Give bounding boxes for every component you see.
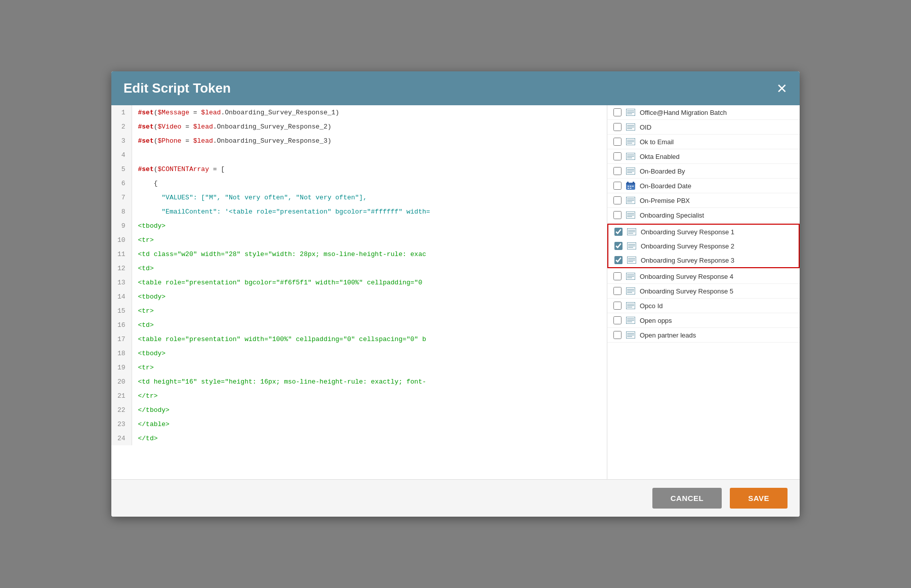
token-checkbox[interactable] [614,228,623,236]
token-checkbox[interactable] [613,167,622,175]
line-content: <td> [132,261,607,275]
line-number: 24 [111,431,132,445]
token-label: Ok to Email [640,138,794,146]
line-content: </tbody> [132,403,607,417]
code-line: 8 "EmailContent": '<table role="presenta… [111,204,607,219]
svg-rect-26 [632,186,634,187]
text-icon [627,242,637,250]
token-item: Onboarding Survey Response 3 [607,253,800,268]
code-table: 1#set($Message = $lead.Onboarding_Survey… [111,105,607,445]
token-checkbox[interactable] [613,287,622,295]
line-content: #set($Message = $lead.Onboarding_Survey_… [132,105,607,119]
line-content: { [132,176,607,190]
line-content: <tbody> [132,289,607,304]
svg-rect-25 [630,186,632,187]
line-content: <tr> [132,304,607,318]
line-number: 9 [111,219,132,233]
token-label: Onboarding Survey Response 3 [641,257,793,264]
token-checkbox[interactable] [613,272,622,280]
token-label: On-Boarded By [640,167,794,175]
token-label: Onboarding Survey Response 5 [640,287,794,295]
save-button[interactable]: SAVE [730,488,788,509]
code-line: 21</tr> [111,389,607,403]
line-number: 6 [111,176,132,190]
line-content: <tr> [132,360,607,374]
code-line: 14<tbody> [111,289,607,304]
text-icon [626,196,636,204]
token-checkbox[interactable] [613,108,622,116]
token-item: Open opps [607,313,800,328]
line-content: <tbody> [132,219,607,233]
code-line: 10<tr> [111,233,607,247]
line-number: 19 [111,360,132,374]
token-panel: Office@Hand Migration Batch OID Ok to Em… [607,105,800,479]
code-line: 6 { [111,176,607,190]
line-content: #set($CONTENTArray = [ [132,162,607,176]
token-item: On-Premise PBX [607,193,800,208]
code-line: 2#set($Video = $lead.Onboarding_Survey_R… [111,119,607,134]
text-icon [626,302,636,310]
token-label: On-Premise PBX [640,197,794,204]
svg-rect-22 [627,182,629,184]
code-line: 18<tbody> [111,346,607,360]
text-icon [626,108,636,116]
token-label: On-Boarded Date [640,182,794,190]
text-icon [626,123,636,131]
cancel-button[interactable]: CANCEL [652,488,722,509]
token-checkbox[interactable] [614,256,623,264]
code-line: 15<tr> [111,304,607,318]
token-label: Open opps [640,317,794,324]
token-item: On-Boarded By [607,164,800,179]
line-number: 13 [111,275,132,289]
token-checkbox[interactable] [613,196,622,204]
line-number: 23 [111,417,132,431]
token-checkbox[interactable] [613,211,622,219]
token-checkbox[interactable] [613,316,622,324]
code-line: 11<td class="w20" width="28" style="widt… [111,247,607,261]
code-line: 3#set($Phone = $lead.Onboarding_Survey_R… [111,134,607,148]
text-icon [626,331,636,339]
token-item: Onboarding Survey Response 5 [607,284,800,299]
line-content: <table role="presentation" width="100%" … [132,332,607,346]
line-number: 3 [111,134,132,148]
line-content: "VALUES": ["M", "Not very often", "Not v… [132,190,607,204]
token-checkbox[interactable] [613,152,622,160]
line-content: #set($Video = $lead.Onboarding_Survey_Re… [132,119,607,134]
code-panel[interactable]: 1#set($Message = $lead.Onboarding_Survey… [111,105,607,479]
token-label: Onboarding Survey Response 2 [641,242,793,250]
token-label: Office@Hand Migration Batch [640,109,794,116]
token-checkbox[interactable] [613,182,622,190]
line-number: 17 [111,332,132,346]
code-line: 20<td height="16" style="height: 16px; m… [111,374,607,389]
line-content: </table> [132,417,607,431]
line-number: 10 [111,233,132,247]
svg-rect-27 [628,188,629,189]
code-line: 12<td> [111,261,607,275]
line-number: 2 [111,119,132,134]
code-line: 1#set($Message = $lead.Onboarding_Survey… [111,105,607,119]
line-number: 1 [111,105,132,119]
line-content: <tbody> [132,346,607,360]
line-number: 15 [111,304,132,318]
token-checkbox[interactable] [613,123,622,131]
token-checkbox[interactable] [613,302,622,310]
token-label: OID [640,123,794,131]
line-number: 22 [111,403,132,417]
token-item: Ok to Email [607,135,800,149]
line-number: 20 [111,374,132,389]
close-button[interactable]: ✕ [776,82,788,95]
text-icon [626,167,636,175]
token-item: Okta Enabled [607,149,800,164]
token-checkbox[interactable] [613,138,622,146]
line-number: 18 [111,346,132,360]
code-line: 17<table role="presentation" width="100%… [111,332,607,346]
token-item: Onboarding Specialist [607,208,800,223]
modal-title: Edit Script Token [123,80,231,96]
token-item: Opco Id [607,299,800,313]
line-content: <table role="presentation" bgcolor="#f6f… [132,275,607,289]
code-line: 23</table> [111,417,607,431]
code-line: 24</td> [111,431,607,445]
token-label: Onboarding Survey Response 1 [641,228,793,236]
token-checkbox[interactable] [613,331,622,339]
token-checkbox[interactable] [614,242,623,250]
